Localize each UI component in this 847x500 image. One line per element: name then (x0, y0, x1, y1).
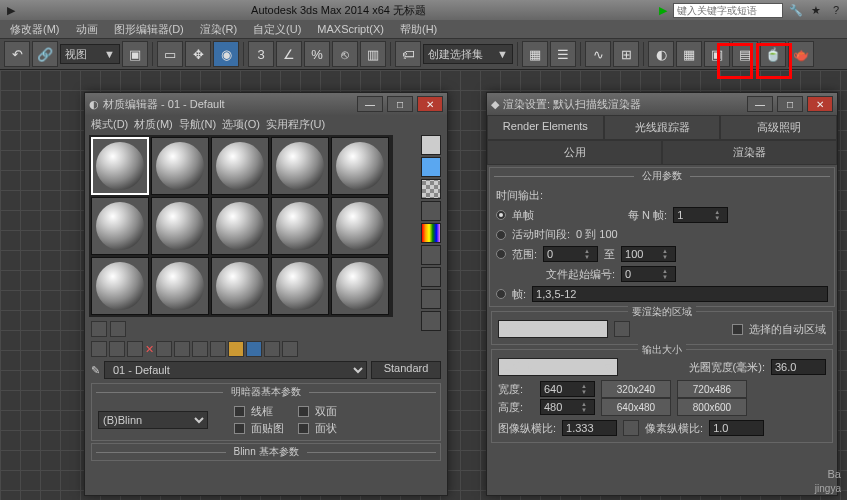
tab-renderer[interactable]: 渲染器 (662, 140, 837, 165)
assign-button[interactable] (127, 341, 143, 357)
quick-render-button[interactable]: 🫖 (788, 41, 814, 67)
material-slot[interactable] (271, 137, 329, 195)
material-slot[interactable] (211, 137, 269, 195)
schematic-button[interactable]: ⊞ (613, 41, 639, 67)
single-radio[interactable] (496, 210, 506, 220)
frames-radio[interactable] (496, 289, 506, 299)
render-area-select[interactable]: 视图▼ (498, 320, 608, 338)
tab-common[interactable]: 公用 (487, 140, 662, 165)
material-slot[interactable] (271, 197, 329, 255)
pivot-button[interactable]: ▣ (122, 41, 148, 67)
material-editor-button[interactable]: ◐ (648, 41, 674, 67)
preset-640-button[interactable]: 640x480 (601, 398, 671, 416)
tab-adv-lighting[interactable]: 高级照明 (720, 115, 837, 140)
facemap-checkbox[interactable]: 面贴图 (234, 421, 284, 436)
refcoords-select[interactable]: 视图▼ (60, 44, 120, 64)
link-button[interactable]: 🔗 (32, 41, 58, 67)
help-icon[interactable]: ? (829, 3, 843, 17)
every-n-spinner[interactable]: 1▲▼ (673, 207, 728, 223)
material-slot[interactable] (151, 137, 209, 195)
twosided-checkbox[interactable]: 双面 (298, 404, 337, 419)
tools-icon[interactable]: 🔧 (789, 3, 803, 17)
auto-region-checkbox[interactable] (732, 324, 743, 335)
material-type-button[interactable]: Standard (371, 361, 441, 379)
tab-render-elements[interactable]: Render Elements (487, 115, 604, 140)
namedsel-button[interactable]: 🏷 (395, 41, 421, 67)
preset-320-button[interactable]: 320x240 (601, 380, 671, 398)
video-color-button[interactable] (421, 223, 441, 243)
tab-raytracer[interactable]: 光线跟踪器 (604, 115, 721, 140)
help-search-input[interactable] (673, 3, 783, 18)
range-to-spinner[interactable]: 100▲▼ (621, 246, 676, 262)
menu-help[interactable]: 帮助(H) (394, 21, 443, 38)
go-forward-button[interactable] (282, 341, 298, 357)
output-preset-select[interactable]: 自定义▼ (498, 358, 618, 376)
selectionset-select[interactable]: 创建选择集▼ (423, 44, 513, 64)
render-setup-button[interactable]: ▤ (732, 41, 758, 67)
render-frame-button[interactable]: ▣ (704, 41, 730, 67)
file-start-spinner[interactable]: 0▲▼ (621, 266, 676, 282)
undo-button[interactable]: ↶ (4, 41, 30, 67)
material-slot[interactable] (271, 257, 329, 315)
snap-3-button[interactable]: 3 (248, 41, 274, 67)
menu-modifiers[interactable]: 修改器(M) (4, 21, 66, 38)
menu-customize[interactable]: 自定义(U) (247, 21, 307, 38)
select-by-mat-button[interactable] (421, 289, 441, 309)
region-icon[interactable] (614, 321, 630, 337)
select-button[interactable]: ▭ (157, 41, 183, 67)
material-slot[interactable] (91, 257, 149, 315)
make-unique-button[interactable] (174, 341, 190, 357)
range-from-spinner[interactable]: 0▲▼ (543, 246, 598, 262)
snap-angle-button[interactable]: ∠ (276, 41, 302, 67)
active-seg-radio[interactable] (496, 230, 506, 240)
material-slot[interactable] (211, 257, 269, 315)
menu-maxscript[interactable]: MAXScript(X) (311, 22, 390, 36)
material-slot[interactable] (331, 257, 389, 315)
meditor-menu-modes[interactable]: 模式(D) (91, 117, 128, 132)
backlight-button[interactable] (421, 157, 441, 177)
pixel-aspect-spinner[interactable]: 1.0 (709, 420, 764, 436)
range-radio[interactable] (496, 249, 506, 259)
snap-spinner-button[interactable]: ⎋ (332, 41, 358, 67)
meditor-close-button[interactable]: ✕ (417, 96, 443, 112)
height-spinner[interactable]: 480▲▼ (540, 399, 595, 415)
render-max-button[interactable]: □ (777, 96, 803, 112)
render-min-button[interactable]: — (747, 96, 773, 112)
meditor-max-button[interactable]: □ (387, 96, 413, 112)
meditor-menu-options[interactable]: 选项(O) (222, 117, 260, 132)
scroll-right-icon[interactable] (110, 321, 126, 337)
meditor-menu-navigation[interactable]: 导航(N) (179, 117, 216, 132)
meditor-menu-material[interactable]: 材质(M) (134, 117, 173, 132)
render-close-button[interactable]: ✕ (807, 96, 833, 112)
mirror-button[interactable]: ▥ (360, 41, 386, 67)
material-slot[interactable] (151, 197, 209, 255)
show-end-result-button[interactable] (246, 341, 262, 357)
options-button[interactable] (421, 267, 441, 287)
render-button[interactable]: 🍵 (760, 41, 786, 67)
faceted-checkbox[interactable]: 面状 (298, 421, 337, 436)
menu-animation[interactable]: 动画 (70, 21, 104, 38)
snap-percent-button[interactable]: % (304, 41, 330, 67)
material-slot[interactable] (91, 197, 149, 255)
menu-grapheditors[interactable]: 图形编辑器(D) (108, 21, 190, 38)
make-preview-button[interactable] (421, 245, 441, 265)
material-slot[interactable] (211, 197, 269, 255)
material-slot[interactable] (331, 137, 389, 195)
sample-uv-button[interactable] (421, 201, 441, 221)
make-copy-button[interactable] (156, 341, 172, 357)
preset-800-button[interactable]: 800x600 (677, 398, 747, 416)
align-button[interactable]: ▦ (522, 41, 548, 67)
material-slot[interactable] (151, 257, 209, 315)
go-parent-button[interactable] (264, 341, 280, 357)
preset-720-button[interactable]: 720x486 (677, 380, 747, 398)
curve-editor-button[interactable]: ∿ (585, 41, 611, 67)
sample-type-button[interactable] (421, 135, 441, 155)
select-rotate-button[interactable]: ◉ (213, 41, 239, 67)
material-slot[interactable] (331, 197, 389, 255)
image-aspect-spinner[interactable]: 1.333 (562, 420, 617, 436)
lock-aspect-icon[interactable] (623, 420, 639, 436)
render-setup-btn1[interactable]: ▦ (676, 41, 702, 67)
material-id-button[interactable] (210, 341, 226, 357)
show-in-viewport-button[interactable] (228, 341, 244, 357)
mat-map-nav-button[interactable] (421, 311, 441, 331)
